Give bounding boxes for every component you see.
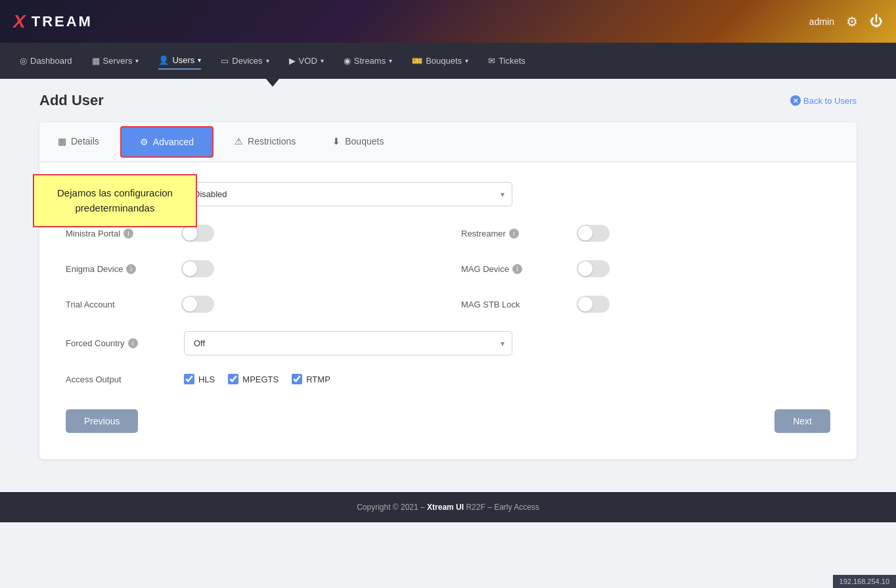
forced-connection-select[interactable]: Disabled Enabled: [184, 182, 512, 206]
footer-text: Copyright © 2021 –: [357, 503, 425, 512]
back-to-users-link[interactable]: ✕ Back to Users: [790, 95, 857, 106]
rtmp-label: RTMP: [306, 374, 330, 384]
nav-label-devices: Devices: [232, 56, 262, 66]
enigma-device-label: Enigma Device i: [66, 264, 171, 274]
streams-icon: ◉: [344, 56, 351, 66]
details-tab-icon: ▦: [58, 136, 66, 147]
ministra-portal-info-icon[interactable]: i: [123, 229, 133, 238]
navbar: ◎ Dashboard ▦ Servers ▾ 👤 Users ▾ ▭ Devi…: [0, 43, 896, 79]
bouquets-tab-icon: ⬇: [332, 136, 340, 147]
mag-device-info-icon[interactable]: i: [512, 264, 522, 274]
nav-item-servers[interactable]: ▦ Servers ▾: [92, 53, 139, 69]
trial-stb-row: Trial Account MAG STB Lock: [66, 296, 830, 313]
logo: X TREAM: [13, 11, 93, 32]
sticky-note: Dejamos las configuracion predeterminand…: [33, 174, 197, 227]
forced-country-info-icon[interactable]: i: [128, 338, 138, 348]
restreamer-label: Restreamer i: [461, 229, 566, 238]
devices-icon: ▭: [221, 56, 229, 66]
nav-item-devices[interactable]: ▭ Devices ▾: [221, 53, 269, 69]
hls-label: HLS: [198, 374, 215, 384]
forced-country-select[interactable]: Off On: [184, 331, 512, 355]
vod-icon: ▶: [289, 56, 296, 66]
nav-label-streams: Streams: [354, 56, 386, 66]
tab-advanced[interactable]: ⚙ Advanced: [120, 126, 213, 158]
bouquets-tab-label: Bouquets: [345, 136, 384, 147]
restrictions-tab-icon: ⚠: [235, 136, 243, 147]
tab-restrictions[interactable]: ⚠ Restrictions: [216, 122, 314, 162]
rtmp-checkbox-item[interactable]: RTMP: [292, 374, 330, 384]
enigma-device-toggle[interactable]: [181, 260, 214, 277]
bouquets-icon: 🎫: [412, 56, 422, 66]
page-footer: Copyright © 2021 – Xtream UI R22F – Earl…: [0, 492, 896, 522]
enigma-device-info-icon[interactable]: i: [126, 264, 136, 274]
mpegts-checkbox-item[interactable]: MPEGTS: [228, 374, 279, 384]
hls-checkbox-item[interactable]: HLS: [184, 374, 215, 384]
chevron-down-icon: ▾: [321, 57, 324, 64]
ministra-portal-label: Ministra Portal i: [66, 229, 171, 238]
tab-bar: ▦ Details ⚙ Advanced ⚠ Restrictions ⬇ Bo…: [39, 122, 857, 162]
nav-label-servers: Servers: [103, 56, 133, 66]
mpegts-label: MPEGTS: [242, 374, 279, 384]
nav-label-tickets: Tickets: [499, 56, 526, 66]
ip-address: 192.168.254.10: [840, 577, 889, 585]
mpegts-checkbox[interactable]: [228, 374, 238, 384]
chevron-down-icon: ▾: [465, 57, 468, 64]
rtmp-checkbox[interactable]: [292, 374, 302, 384]
admin-label: admin: [809, 16, 834, 27]
details-tab-label: Details: [71, 136, 99, 147]
restreamer-toggle[interactable]: [577, 225, 610, 242]
nav-item-users[interactable]: 👤 Users ▾: [158, 52, 201, 70]
form-footer: Previous Next: [66, 403, 830, 440]
ip-badge: 192.168.254.10: [833, 575, 896, 588]
settings-icon[interactable]: ⚙: [846, 14, 858, 30]
nav-item-dashboard[interactable]: ◎ Dashboard: [20, 53, 72, 69]
mag-device-toggle[interactable]: [577, 260, 610, 277]
nav-dropdown-arrow: [266, 79, 279, 87]
tab-bouquets[interactable]: ⬇ Bouquets: [314, 122, 402, 162]
trial-account-label: Trial Account: [66, 300, 171, 309]
forced-connection-select-wrapper: Disabled Enabled ▾: [184, 182, 512, 206]
topbar-right: admin ⚙ ⏻: [809, 14, 883, 30]
access-output-label: Access Output: [66, 374, 171, 384]
advanced-tab-label: Advanced: [153, 137, 194, 147]
nav-item-bouquets[interactable]: 🎫 Bouquets ▾: [412, 53, 468, 69]
restrictions-tab-label: Restrictions: [248, 136, 296, 147]
access-output-checkboxes: HLS MPEGTS RTMP: [184, 374, 330, 384]
page-title: Add User: [39, 92, 104, 109]
footer-brand: Xtream UI: [427, 503, 464, 512]
topbar: X TREAM admin ⚙ ⏻: [0, 0, 896, 43]
logo-text: TREAM: [32, 13, 93, 30]
nav-label-users: Users: [172, 55, 194, 65]
mag-stb-lock-col: MAG STB Lock: [461, 296, 830, 313]
mag-stb-lock-toggle[interactable]: [577, 296, 610, 313]
previous-button[interactable]: Previous: [66, 409, 138, 433]
restreamer-col: Restreamer i: [461, 225, 830, 242]
access-output-row: Access Output HLS MPEGTS R: [66, 374, 830, 384]
back-link-icon: ✕: [790, 95, 801, 106]
mag-stb-lock-label: MAG STB Lock: [461, 300, 566, 309]
nav-label-bouquets: Bouquets: [426, 56, 462, 66]
trial-account-toggle[interactable]: [181, 296, 214, 313]
tab-details[interactable]: ▦ Details: [39, 122, 118, 162]
forced-country-row: Forced Country i Off On ▾: [66, 331, 830, 355]
nav-label-dashboard: Dashboard: [30, 56, 72, 66]
power-icon[interactable]: ⏻: [870, 14, 883, 29]
next-button[interactable]: Next: [774, 409, 830, 433]
restreamer-info-icon[interactable]: i: [509, 229, 519, 238]
nav-item-tickets[interactable]: ✉ Tickets: [488, 53, 526, 69]
tickets-icon: ✉: [488, 56, 495, 66]
chevron-down-icon: ▾: [266, 57, 269, 64]
nav-item-streams[interactable]: ◉ Streams ▾: [344, 53, 392, 69]
form-card: ▦ Details ⚙ Advanced ⚠ Restrictions ⬇ Bo…: [39, 122, 857, 459]
logo-x-icon: X: [13, 11, 28, 32]
page-header: Add User ✕ Back to Users: [39, 92, 857, 109]
chevron-down-icon: ▾: [198, 57, 201, 64]
hls-checkbox[interactable]: [184, 374, 194, 384]
forced-country-select-wrapper: Off On ▾: [184, 331, 512, 355]
nav-label-vod: VOD: [299, 56, 317, 66]
enigma-mag-row: Enigma Device i MAG Device i: [66, 260, 830, 277]
chevron-down-icon: ▾: [389, 57, 392, 64]
users-icon: 👤: [158, 55, 169, 65]
nav-item-vod[interactable]: ▶ VOD ▾: [289, 53, 324, 69]
enigma-device-col: Enigma Device i: [66, 260, 435, 277]
